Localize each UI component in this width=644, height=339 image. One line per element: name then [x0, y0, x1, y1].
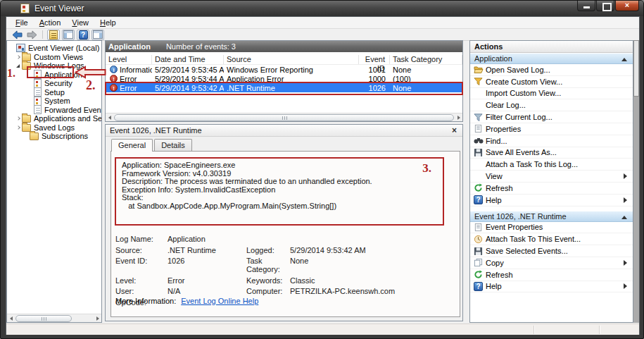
folder-icon: [22, 54, 31, 61]
column-header-task-category[interactable]: Task Category: [390, 55, 462, 64]
menu-action[interactable]: Action: [34, 18, 67, 27]
column-header-source[interactable]: Source: [224, 55, 359, 64]
task-clock-icon: [474, 235, 486, 244]
event-log-icon: [34, 97, 42, 106]
properties-icon: [474, 223, 486, 232]
action-filter-current-log[interactable]: Filter Current Log...: [470, 111, 633, 123]
forward-icon[interactable]: [25, 30, 38, 40]
tree-item-event-viewer-local[interactable]: Event Viewer (Local): [7, 44, 101, 53]
action-refresh-event[interactable]: Refresh: [470, 269, 633, 281]
scrollbar-thumb[interactable]: [114, 114, 454, 121]
export-list-icon[interactable]: [47, 30, 60, 40]
scroll-left-icon[interactable]: [106, 114, 113, 121]
event-log-online-help-link[interactable]: Event Log Online Help: [181, 297, 258, 305]
scrollbar-thumb[interactable]: [15, 315, 72, 322]
actions-pane: Actions Application Open Saved Log... Cr…: [469, 40, 633, 323]
menu-view[interactable]: View: [66, 18, 94, 27]
column-header-date[interactable]: Date and Time: [152, 55, 224, 64]
action-import-custom-view[interactable]: Import Custom View...: [470, 88, 633, 100]
tree-item-forwarded-events[interactable]: Forwarded Events: [7, 106, 101, 115]
action-refresh[interactable]: Refresh: [470, 183, 633, 195]
tree-item-saved-logs[interactable]: Saved Logs: [7, 123, 101, 132]
menu-bar: File Action View Help: [6, 17, 639, 29]
actions-section-application[interactable]: Application: [470, 53, 633, 64]
action-event-properties[interactable]: Event Properties: [470, 222, 633, 234]
tree-horizontal-scrollbar[interactable]: [7, 314, 101, 322]
action-copy-submenu[interactable]: Copy: [470, 257, 633, 269]
help-icon: ?: [474, 195, 486, 204]
folder-icon: [30, 132, 39, 140]
show-action-pane-icon[interactable]: [91, 30, 104, 40]
help-icon[interactable]: ?: [77, 30, 89, 40]
action-create-custom-view[interactable]: Create Custom View...: [470, 76, 633, 88]
maximize-button[interactable]: [596, 1, 614, 11]
action-help-submenu[interactable]: ? Help: [470, 195, 633, 207]
tab-details[interactable]: Details: [154, 139, 192, 151]
action-attach-task-to-event[interactable]: Attach Task To This Event...: [470, 233, 633, 245]
action-save-all-events-as[interactable]: Save All Events As...: [470, 147, 633, 159]
actions-section-event-1026[interactable]: Event 1026, .NET Runtime: [470, 211, 633, 222]
scroll-right-icon[interactable]: [455, 114, 462, 121]
menu-file[interactable]: File: [10, 18, 34, 27]
event-row-error-1000[interactable]: !Error 5/29/2014 9:53:44 AM Application …: [106, 74, 462, 83]
scroll-left-icon[interactable]: [7, 315, 15, 322]
scrollbar-thumb[interactable]: [633, 40, 639, 97]
actions-vertical-scrollbar[interactable]: [633, 40, 639, 323]
description-line: Exception Info: System.InvalidCastExcept…: [122, 186, 437, 195]
action-properties[interactable]: Properties: [470, 123, 633, 135]
action-help-event-submenu[interactable]: ? Help: [470, 281, 633, 293]
filter-icon: [474, 113, 486, 122]
event-viewer-window: Event Viewer × File Action View Help ?: [0, 0, 644, 339]
binoculars-icon: [474, 137, 486, 144]
expander-collapsed-icon[interactable]: [14, 117, 22, 120]
detail-tabs: General Details: [106, 137, 462, 151]
create-filter-icon: [474, 77, 486, 86]
action-view-submenu[interactable]: View: [470, 171, 633, 183]
action-clear-log[interactable]: Clear Log...: [470, 99, 633, 111]
field-value: N/A: [168, 287, 246, 295]
event-row-error-1026-selected[interactable]: !Error 5/29/2014 9:53:42 AM .NET Runtime…: [106, 83, 462, 92]
submenu-arrow-icon: [624, 283, 627, 289]
tab-general[interactable]: General: [111, 139, 153, 152]
refresh-icon: [474, 270, 486, 279]
field-label: Level:: [115, 276, 168, 285]
field-label: Source:: [115, 246, 168, 254]
show-console-tree-icon[interactable]: [62, 30, 75, 40]
scroll-right-icon[interactable]: [94, 315, 101, 322]
description-line: Application: SpaceEngineers.exe: [122, 161, 437, 170]
list-title: Application: [108, 42, 151, 51]
list-horizontal-scrollbar[interactable]: [106, 113, 462, 121]
submenu-arrow-icon: [624, 173, 627, 179]
tree-item-applications-and-services-logs[interactable]: Applications and Services Lo: [7, 114, 101, 123]
document-icon: [34, 105, 42, 114]
action-save-selected-events[interactable]: Save Selected Events...: [470, 245, 633, 257]
tree-item-subscriptions[interactable]: Subscriptions: [7, 132, 101, 141]
console-root-icon: [16, 44, 25, 52]
minimize-button[interactable]: [577, 1, 595, 11]
tree-item-system[interactable]: System: [7, 97, 101, 106]
save-icon: [474, 247, 486, 256]
open-folder-icon: [474, 66, 486, 74]
event-detail-pane: Event 1026, .NET Runtime × General Detai…: [105, 124, 463, 321]
close-detail-icon[interactable]: ×: [452, 126, 457, 135]
tree-item-custom-views[interactable]: Custom Views: [7, 53, 101, 62]
action-find[interactable]: Find...: [470, 135, 633, 147]
annotation-number-3: 3.: [422, 161, 431, 175]
event-list-pane: Application Number of events: 3 Level Da…: [105, 40, 463, 122]
column-header-event-id[interactable]: Event ID: [359, 55, 390, 64]
list-title-bar: Application Number of events: 3: [106, 41, 462, 52]
close-button[interactable]: ×: [615, 1, 639, 11]
action-open-saved-log[interactable]: Open Saved Log...: [470, 64, 633, 76]
collapse-section-icon[interactable]: [621, 58, 627, 61]
menu-help[interactable]: Help: [94, 18, 122, 27]
back-icon[interactable]: [11, 30, 23, 40]
title-bar[interactable]: Event Viewer ×: [1, 1, 644, 16]
save-icon: [474, 148, 486, 157]
expander-collapsed-icon[interactable]: [14, 56, 22, 58]
action-attach-task-to-log[interactable]: Attach a Task To this Log...: [470, 159, 633, 171]
column-header-level[interactable]: Level: [106, 55, 152, 64]
collapse-section-icon[interactable]: [621, 216, 627, 219]
event-row-information-1001[interactable]: iInformation 5/29/2014 9:53:45 AM Window…: [106, 65, 462, 74]
list-count: Number of events: 3: [166, 42, 236, 51]
expander-collapsed-icon[interactable]: [14, 126, 22, 129]
